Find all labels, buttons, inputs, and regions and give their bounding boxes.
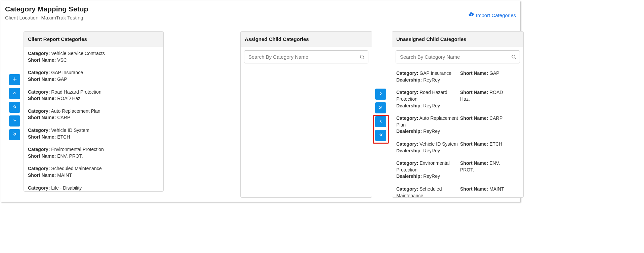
- move-top-button[interactable]: [9, 102, 20, 113]
- import-categories-link[interactable]: Import Categories: [469, 12, 516, 18]
- short-name-label: Short Name:: [28, 115, 56, 120]
- client-location-label: Client Location:: [5, 15, 40, 20]
- client-category-item[interactable]: Category: Vehicle ID SystemShort Name: E…: [24, 124, 163, 143]
- short-name-value: VSC: [57, 57, 67, 63]
- short-name-value: ETCH: [489, 141, 502, 147]
- category-value: Life - Disability: [51, 185, 82, 191]
- short-name-value: CARP: [57, 115, 70, 120]
- client-categories-list: Category: Vehicle Service ContractsShort…: [24, 47, 163, 191]
- move-down-button[interactable]: [9, 115, 20, 127]
- category-value: Vehicle ID System: [51, 128, 89, 133]
- assign-all-button[interactable]: [375, 102, 386, 113]
- client-category-item[interactable]: Category: Scheduled MaintenanceShort Nam…: [24, 162, 163, 181]
- short-name-label: Short Name:: [28, 96, 56, 101]
- page-title: Category Mapping Setup: [5, 4, 88, 13]
- client-categories-panel: Client Report Categories Category: Vehic…: [24, 31, 164, 192]
- assigned-search-wrap: [244, 50, 368, 63]
- category-label: Category:: [396, 141, 418, 147]
- category-label: Category:: [28, 147, 50, 152]
- page-header: Category Mapping Setup Client Location: …: [5, 4, 516, 20]
- content-area: Client Report Categories Category: Vehic…: [5, 31, 516, 199]
- double-chevron-right-icon: [378, 105, 383, 111]
- transfer-button-column: [375, 89, 386, 141]
- category-label: Category:: [28, 51, 50, 56]
- short-name-label: Short Name:: [460, 115, 488, 121]
- short-name-value: ETCH: [57, 134, 70, 140]
- category-label: Category:: [28, 89, 50, 95]
- unassigned-category-item[interactable]: Category: Vehicle ID SystemShort Name: E…: [392, 138, 523, 157]
- category-label: Category:: [28, 185, 50, 191]
- short-name-value: ROAD Haz.: [57, 96, 82, 101]
- category-label: Category:: [396, 160, 418, 166]
- unassign-all-button[interactable]: [375, 130, 386, 141]
- assigned-categories-list: [241, 67, 372, 197]
- assign-one-button[interactable]: [375, 89, 386, 100]
- category-label: Category:: [396, 186, 418, 192]
- category-label: Category:: [28, 166, 50, 171]
- svg-point-1: [512, 55, 515, 58]
- dealership-value: ReyRey: [423, 173, 440, 179]
- short-name-label: Short Name:: [460, 186, 488, 192]
- client-location-value: MaximTrak Testing: [41, 15, 83, 20]
- unassigned-category-item[interactable]: Category: Road Hazard ProtectionShort Na…: [392, 86, 523, 112]
- short-name-value: GAP: [57, 77, 67, 82]
- move-up-button[interactable]: [9, 88, 20, 99]
- dealership-value: ReyRey: [423, 148, 440, 153]
- unassigned-categories-list[interactable]: Category: GAP InsuranceShort Name: GAPDe…: [392, 67, 523, 197]
- short-name-label: Short Name:: [460, 70, 488, 76]
- unassigned-category-item[interactable]: Category: Auto Replacement PlanShort Nam…: [392, 112, 523, 138]
- client-categories-header: Client Report Categories: [24, 32, 163, 47]
- unassigned-category-item[interactable]: Category: Environmental ProtectionShort …: [392, 157, 523, 183]
- client-category-item[interactable]: Category: Life - DisabilityShort Name: L…: [24, 182, 163, 192]
- client-category-item[interactable]: Category: Vehicle Service ContractsShort…: [24, 47, 163, 66]
- move-bottom-button[interactable]: [9, 129, 20, 140]
- client-category-item[interactable]: Category: GAP InsuranceShort Name: GAP: [24, 66, 163, 85]
- category-label: Category:: [28, 108, 50, 114]
- category-label: Category:: [28, 128, 50, 133]
- short-name-label: Short Name:: [460, 160, 488, 166]
- unassigned-categories-header: Unassigned Child Categories: [392, 32, 523, 47]
- category-label: Category:: [396, 70, 418, 76]
- unassigned-category-item[interactable]: Category: Scheduled MaintenanceShort Nam…: [392, 183, 523, 197]
- category-label: Category:: [28, 70, 50, 75]
- category-label: Category:: [396, 90, 418, 95]
- category-value: Environmental Protection: [51, 147, 104, 152]
- client-category-item[interactable]: Category: Auto Replacement PlanShort Nam…: [24, 105, 163, 124]
- short-name-label: Short Name:: [28, 57, 56, 63]
- double-chevron-down-icon: [12, 132, 17, 138]
- assigned-categories-panel: Assigned Child Categories: [240, 31, 372, 198]
- dealership-value: ReyRey: [423, 77, 440, 83]
- chevron-left-icon: [378, 119, 383, 124]
- client-category-item[interactable]: Category: Road Hazard ProtectionShort Na…: [24, 86, 163, 105]
- dealership-label: Dealership:: [396, 103, 422, 108]
- short-name-value: ENV. PROT.: [57, 153, 83, 159]
- short-name-value: CARP: [489, 115, 502, 121]
- short-name-value: GAP: [489, 70, 499, 76]
- plus-icon: [12, 77, 17, 83]
- category-label: Category:: [396, 115, 418, 121]
- dealership-value: ReyRey: [423, 103, 440, 108]
- dealership-value: ReyRey: [423, 129, 440, 134]
- short-name-label: Short Name:: [460, 141, 488, 147]
- short-name-value: MAINT: [57, 172, 72, 178]
- double-chevron-left-icon: [378, 133, 383, 138]
- cloud-upload-icon: [469, 12, 474, 18]
- chevron-down-icon: [12, 118, 17, 124]
- dealership-label: Dealership:: [396, 148, 422, 153]
- unassigned-category-item[interactable]: Category: GAP InsuranceShort Name: GAPDe…: [392, 67, 523, 86]
- dealership-label: Dealership:: [396, 129, 422, 134]
- client-category-item[interactable]: Category: Environmental ProtectionShort …: [24, 143, 163, 162]
- reorder-button-column: [9, 74, 20, 140]
- assigned-search-input[interactable]: [244, 50, 368, 63]
- unassign-one-button[interactable]: [375, 116, 386, 127]
- category-value: Scheduled Maintenance: [51, 166, 102, 171]
- short-name-value: MAINT: [489, 186, 504, 192]
- add-button[interactable]: [9, 74, 20, 85]
- dealership-label: Dealership:: [396, 77, 422, 83]
- short-name-label: Short Name:: [28, 134, 56, 140]
- unassigned-search-input[interactable]: [396, 50, 520, 63]
- unassigned-categories-panel: Unassigned Child Categories Category: GA…: [392, 31, 524, 198]
- short-name-label: Short Name:: [28, 153, 56, 159]
- category-value: Vehicle Service Contracts: [51, 51, 105, 56]
- category-value: Road Hazard Protection: [51, 89, 101, 95]
